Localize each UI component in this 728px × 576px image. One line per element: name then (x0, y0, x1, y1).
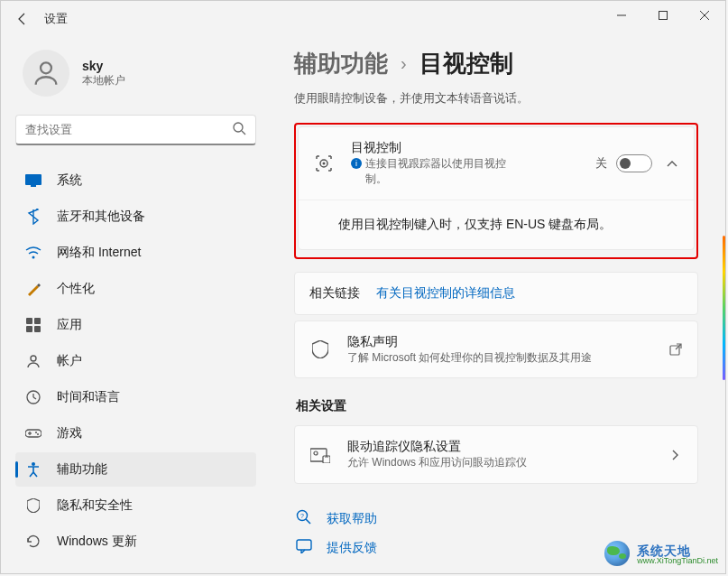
search-box[interactable] (15, 115, 256, 145)
help-icon: ? (296, 509, 314, 528)
breadcrumb-separator: › (401, 53, 407, 74)
svg-rect-13 (34, 326, 41, 332)
breadcrumb: 辅助功能 › 目视控制 (294, 48, 698, 79)
nav-label: 辅助功能 (57, 461, 107, 478)
svg-rect-7 (25, 174, 41, 185)
wifi-icon (24, 244, 42, 262)
toggle-state-label: 关 (595, 155, 607, 172)
svg-point-9 (32, 256, 35, 259)
nav-privacy[interactable]: 隐私和安全性 (15, 488, 256, 523)
watermark-brand: 系统天地 (637, 544, 718, 557)
related-settings-heading: 相关设置 (296, 398, 698, 414)
feedback-link[interactable]: 提供反馈 (327, 540, 377, 556)
decorative-color-strip (723, 236, 725, 380)
privacy-card[interactable]: 隐私声明 了解 Microsoft 如何处理你的目视控制数据及其用途 (294, 321, 698, 379)
nav-bluetooth[interactable]: 蓝牙和其他设备 (15, 200, 256, 234)
eyecontrol-toggle[interactable] (616, 154, 652, 172)
svg-point-14 (31, 356, 36, 361)
nav-time-language[interactable]: 时间和语言 (15, 380, 256, 414)
watermark: 系统天地 www.XiTongTianDi.net (604, 541, 718, 568)
svg-point-25 (323, 162, 326, 164)
main-content: 辅助功能 › 目视控制 使用眼睛控制设备，并使用文本转语音说话。 目视控制 i (267, 37, 725, 573)
system-icon (24, 172, 42, 190)
nav-label: Windows 更新 (57, 534, 137, 550)
svg-rect-18 (25, 430, 41, 437)
info-icon: i (351, 158, 362, 169)
svg-rect-29 (323, 456, 330, 463)
gaming-icon (24, 424, 42, 442)
page-title: 目视控制 (419, 48, 513, 79)
nav-accessibility[interactable]: 辅助功能 (15, 452, 256, 487)
svg-rect-11 (34, 318, 41, 324)
apps-icon (24, 316, 42, 334)
chevron-up-icon[interactable] (665, 160, 679, 167)
nav-label: 隐私和安全性 (57, 497, 133, 514)
nav-windows-update[interactable]: Windows 更新 (15, 525, 256, 559)
svg-text:?: ? (300, 513, 304, 519)
maximize-button[interactable] (642, 1, 684, 30)
search-icon (232, 121, 246, 139)
eyecontrol-title: 目视控制 (351, 140, 595, 156)
eye-tracker-privacy-card[interactable]: 眼动追踪仪隐私设置 允许 Windows 和应用访问眼动追踪仪 (294, 425, 698, 484)
svg-line-6 (242, 131, 245, 135)
eyecontrol-row[interactable]: 目视控制 i 连接目视跟踪器以使用目视控制。 关 (299, 127, 694, 200)
nav-gaming[interactable]: 游戏 (15, 416, 256, 451)
nav-label: 时间和语言 (57, 389, 120, 405)
svg-rect-8 (31, 185, 36, 187)
window-title: 设置 (44, 11, 68, 27)
page-subtitle: 使用眼睛控制设备，并使用文本转语音说话。 (294, 90, 698, 107)
nav-system[interactable]: 系统 (15, 163, 256, 198)
nav-label: 游戏 (57, 425, 82, 441)
svg-line-17 (33, 397, 36, 399)
back-button[interactable] (8, 5, 37, 33)
close-button[interactable] (684, 1, 725, 30)
update-icon (24, 533, 42, 551)
search-input[interactable] (25, 123, 232, 136)
svg-point-23 (32, 462, 35, 466)
svg-point-28 (314, 451, 318, 455)
svg-rect-10 (26, 318, 32, 324)
accessibility-icon (24, 460, 42, 478)
svg-line-31 (306, 519, 310, 524)
eyecontrol-note: 使用目视控制键入时，仅支持 EN-US 键盘布局。 (299, 200, 694, 249)
sidebar: sky 本地帐户 系统 蓝牙和其他设备 (1, 37, 267, 573)
tracker-title: 眼动追踪仪隐私设置 (347, 439, 656, 455)
nav-label: 蓝牙和其他设备 (57, 209, 145, 225)
user-account-type: 本地帐户 (82, 73, 125, 88)
related-link-more-info[interactable]: 有关目视控制的详细信息 (376, 285, 515, 302)
watermark-url: www.XiTongTianDi.net (637, 557, 718, 565)
privacy-title: 隐私声明 (347, 334, 656, 350)
nav-list: 系统 蓝牙和其他设备 网络和 Internet 个性化 应用 (15, 163, 256, 559)
globe-icon (604, 541, 630, 566)
user-block[interactable]: sky 本地帐户 (15, 37, 256, 115)
nav-accounts[interactable]: 帐户 (15, 344, 256, 378)
eyecontrol-hint: 连接目视跟踪器以使用目视控制。 (365, 156, 513, 187)
feedback-icon (296, 539, 314, 556)
svg-rect-12 (26, 326, 32, 332)
tracker-privacy-icon (309, 447, 331, 463)
clock-icon (24, 388, 42, 406)
svg-point-5 (234, 123, 243, 132)
open-external-icon (668, 343, 683, 356)
nav-label: 应用 (57, 317, 82, 333)
nav-personalization[interactable]: 个性化 (15, 272, 256, 306)
nav-apps[interactable]: 应用 (15, 308, 256, 342)
svg-point-21 (35, 432, 37, 433)
nav-label: 个性化 (57, 281, 95, 297)
avatar (23, 50, 69, 97)
svg-point-22 (37, 433, 39, 435)
privacy-subtitle: 了解 Microsoft 如何处理你的目视控制数据及其用途 (347, 350, 592, 366)
nav-label: 帐户 (57, 353, 82, 369)
breadcrumb-parent[interactable]: 辅助功能 (294, 48, 388, 79)
related-links-label: 相关链接 (309, 285, 360, 302)
minimize-button[interactable] (601, 1, 642, 30)
highlighted-section: 目视控制 i 连接目视跟踪器以使用目视控制。 关 (294, 123, 698, 259)
help-link[interactable]: 获取帮助 (327, 511, 377, 527)
related-links-card: 相关链接 有关目视控制的详细信息 (294, 272, 698, 315)
tracker-subtitle: 允许 Windows 和应用访问眼动追踪仪 (347, 455, 527, 470)
eyecontrol-icon (313, 153, 335, 174)
user-name: sky (82, 59, 125, 73)
shield-icon (309, 340, 331, 358)
shield-icon (24, 497, 42, 515)
nav-network[interactable]: 网络和 Internet (15, 236, 256, 270)
